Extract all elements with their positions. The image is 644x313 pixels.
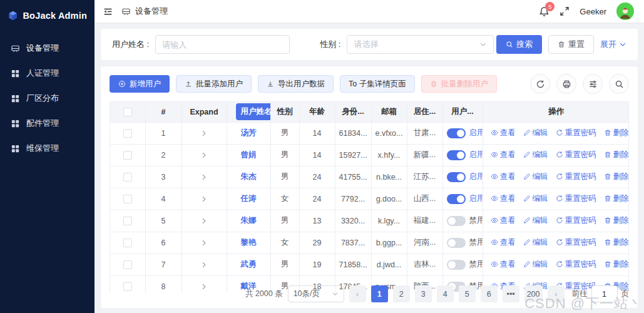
user-name-link[interactable]: 朱杰: [227, 166, 270, 188]
delete-link[interactable]: 删除: [604, 259, 629, 270]
row-checkbox[interactable]: [123, 239, 132, 247]
expand-row-button[interactable]: [181, 144, 227, 166]
page-button-5[interactable]: 5: [459, 285, 476, 302]
email-cell: x.hfy...: [371, 144, 407, 166]
expand-row-button[interactable]: [181, 122, 227, 144]
sidebar-item-4[interactable]: 维保管理: [0, 136, 95, 161]
batch-add-users-button[interactable]: 批量添加用户: [176, 75, 252, 93]
view-link[interactable]: 查看: [491, 172, 516, 182]
expand-row-button[interactable]: [181, 166, 227, 188]
collapse-sidebar-button[interactable]: [103, 7, 113, 16]
reset-button[interactable]: 重置: [548, 35, 594, 54]
row-checkbox[interactable]: [123, 195, 132, 203]
reset-password-link[interactable]: 重置密码: [556, 172, 596, 182]
expand-row-button[interactable]: [181, 210, 227, 232]
search-button[interactable]: 搜索: [496, 35, 542, 54]
user-name-link[interactable]: 任涛: [227, 188, 270, 210]
delete-link[interactable]: 删除: [604, 172, 629, 182]
reset-password-link[interactable]: 重置密码: [556, 193, 596, 204]
next-page-button[interactable]: ›: [548, 285, 565, 302]
view-link[interactable]: 查看: [491, 128, 516, 138]
table-search-button[interactable]: [609, 74, 629, 94]
row-checkbox[interactable]: [123, 217, 132, 225]
edit-link[interactable]: 编辑: [523, 150, 548, 160]
brand-logo-row[interactable]: BoJack Admin: [0, 0, 95, 29]
edit-link[interactable]: 编辑: [523, 128, 548, 138]
status-toggle[interactable]: [447, 150, 466, 160]
row-checkbox[interactable]: [123, 173, 132, 182]
select-all-checkbox[interactable]: [123, 108, 132, 116]
reset-password-link[interactable]: 重置密码: [556, 215, 596, 226]
user-name-link[interactable]: 武勇: [227, 254, 270, 275]
view-link[interactable]: 查看: [491, 150, 516, 160]
delete-link[interactable]: 删除: [604, 128, 629, 138]
user-name-link[interactable]: 朱娜: [227, 210, 270, 232]
to-detail-page-button[interactable]: To 子集详情页面: [340, 75, 415, 93]
view-link[interactable]: 查看: [491, 215, 516, 226]
status-toggle[interactable]: [447, 172, 466, 182]
gender-select[interactable]: 请选择: [347, 35, 494, 54]
prev-page-button[interactable]: ‹: [349, 285, 366, 302]
edit-link[interactable]: 编辑: [523, 259, 548, 270]
expand-row-button[interactable]: [181, 188, 227, 210]
fullscreen-icon[interactable]: [560, 6, 570, 16]
notification-button[interactable]: 5: [539, 6, 549, 17]
view-link[interactable]: 查看: [491, 259, 516, 270]
expand-row-button[interactable]: [181, 232, 227, 254]
view-link[interactable]: 查看: [491, 237, 516, 248]
status-toggle[interactable]: [447, 216, 466, 226]
page-button-1[interactable]: 1: [371, 285, 388, 302]
column-settings-button[interactable]: [583, 74, 603, 94]
sidebar-item-2[interactable]: 厂区分布: [0, 86, 95, 111]
delete-link[interactable]: 删除: [604, 150, 629, 160]
edit-link[interactable]: 编辑: [523, 193, 548, 204]
expand-row-button[interactable]: [181, 254, 227, 275]
edit-link[interactable]: 编辑: [523, 172, 548, 182]
status-toggle[interactable]: [447, 260, 466, 270]
page-button-200[interactable]: 200: [524, 285, 543, 302]
dragged-column-chip[interactable]: 用户姓名: [236, 103, 271, 120]
reset-password-link[interactable]: 重置密码: [556, 150, 596, 160]
view-link[interactable]: 查看: [491, 193, 516, 204]
reset-password-link[interactable]: 重置密码: [556, 128, 596, 138]
export-users-button[interactable]: 导出用户数据: [258, 75, 334, 93]
status-toggle[interactable]: [447, 194, 466, 204]
row-checkbox-cell: [110, 122, 145, 144]
page-button-6[interactable]: 6: [481, 285, 498, 302]
sidebar-item-1[interactable]: 人证管理: [0, 61, 95, 86]
status-toggle[interactable]: [447, 128, 466, 138]
edit-link[interactable]: 编辑: [523, 215, 548, 226]
page-button-2[interactable]: 2: [393, 285, 410, 302]
reset-password-link[interactable]: 重置密码: [556, 237, 596, 248]
delete-link[interactable]: 删除: [604, 237, 629, 248]
delete-link[interactable]: 删除: [604, 215, 629, 226]
status-toggle[interactable]: [447, 238, 466, 248]
user-name-link[interactable]: 黎艳: [227, 232, 270, 254]
expand-filters-link[interactable]: 展开: [600, 39, 626, 50]
refresh-button[interactable]: [530, 74, 550, 94]
gender-cell: 女: [270, 232, 299, 254]
reset-password-link[interactable]: 重置密码: [556, 259, 596, 270]
row-checkbox[interactable]: [123, 129, 132, 138]
goto-page-input[interactable]: [591, 285, 618, 302]
batch-delete-users-button[interactable]: 批量删除用户: [421, 75, 497, 93]
more-pages-button[interactable]: •••: [503, 285, 519, 302]
page-size-select[interactable]: 10条/页: [288, 285, 344, 302]
page-button-4[interactable]: 4: [437, 285, 454, 302]
sidebar-item-0[interactable]: 设备管理: [0, 36, 95, 61]
user-name-link[interactable]: 汤芳: [227, 122, 270, 144]
column-header-0[interactable]: [110, 102, 145, 122]
delete-link[interactable]: 删除: [604, 193, 629, 204]
edit-link[interactable]: 编辑: [523, 237, 548, 248]
page-button-3[interactable]: 3: [415, 285, 432, 302]
print-button[interactable]: [556, 74, 576, 94]
username[interactable]: Geeker: [580, 7, 606, 16]
row-checkbox[interactable]: [123, 151, 132, 160]
sidebar-item-3[interactable]: 配件管理: [0, 111, 95, 136]
row-checkbox[interactable]: [123, 260, 132, 269]
user-name-link[interactable]: 曾娟: [227, 144, 270, 166]
name-input[interactable]: [155, 35, 290, 54]
add-user-button[interactable]: 新增用户: [110, 75, 170, 93]
sidebar-item-label: 配件管理: [26, 118, 59, 129]
avatar[interactable]: [616, 3, 634, 20]
